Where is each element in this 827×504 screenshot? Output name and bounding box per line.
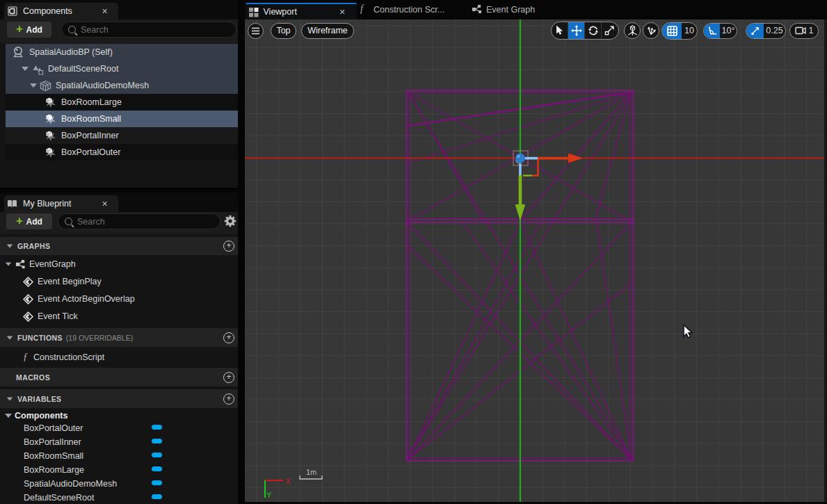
svg-text:1m: 1m <box>306 468 316 476</box>
svg-text:Y: Y <box>266 491 272 499</box>
svg-text:X: X <box>285 477 291 485</box>
